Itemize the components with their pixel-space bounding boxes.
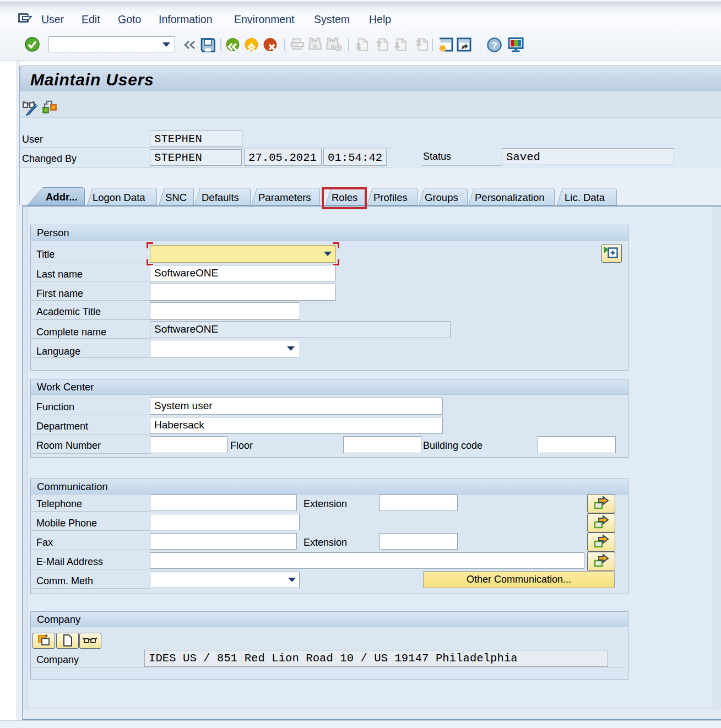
svg-text:?: ? — [491, 40, 497, 51]
